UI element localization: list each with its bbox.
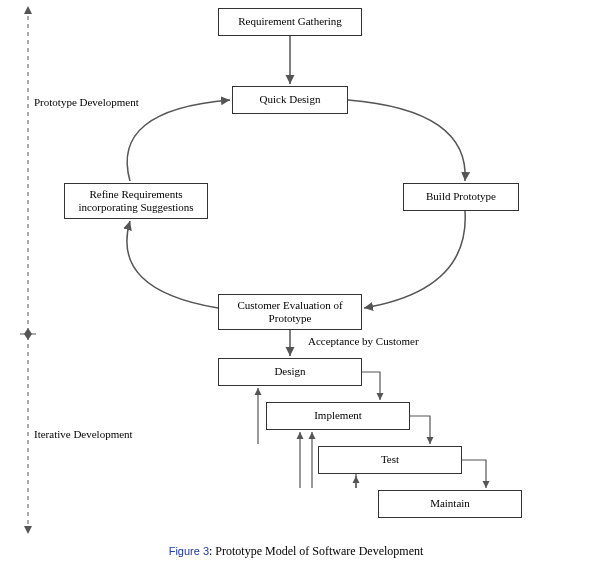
node-design: Design	[218, 358, 362, 386]
figure-number: Figure 3	[169, 545, 209, 557]
node-implement: Implement	[266, 402, 410, 430]
svg-marker-5	[24, 334, 32, 340]
figure-caption-text: : Prototype Model of Software Developmen…	[209, 544, 423, 558]
node-customer-evaluation: Customer Evaluation of Prototype	[218, 294, 362, 330]
node-build-prototype: Build Prototype	[403, 183, 519, 211]
node-requirement-gathering: Requirement Gathering	[218, 8, 362, 36]
figure-caption: Figure 3: Prototype Model of Software De…	[0, 544, 592, 559]
node-test: Test	[318, 446, 462, 474]
node-quick-design: Quick Design	[232, 86, 348, 114]
svg-marker-4	[24, 328, 32, 334]
svg-marker-2	[24, 526, 32, 534]
phase-label-iterative: Iterative Development	[34, 428, 133, 441]
acceptance-label: Acceptance by Customer	[308, 335, 419, 348]
node-maintain: Maintain	[378, 490, 522, 518]
phase-label-prototype: Prototype Development	[34, 96, 139, 109]
node-refine-requirements: Refine Requirements incorporating Sugges…	[64, 183, 208, 219]
svg-marker-1	[24, 6, 32, 14]
